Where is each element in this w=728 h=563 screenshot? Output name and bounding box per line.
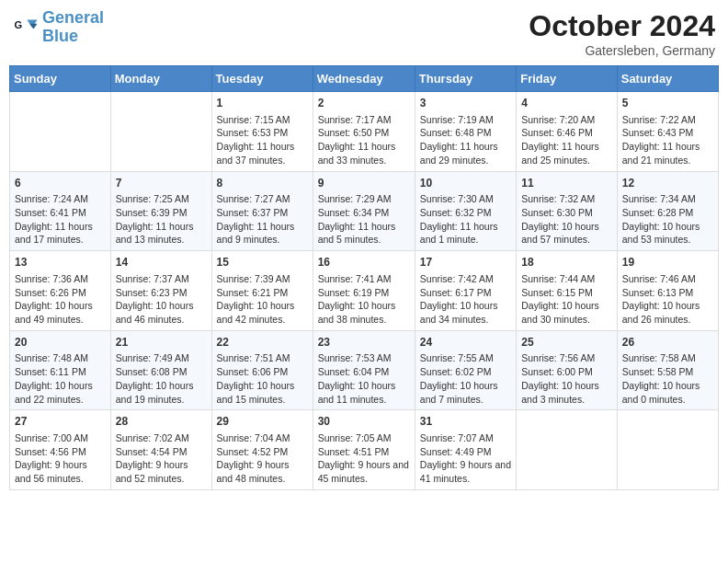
day-info-line: Daylight: 10 hours and 0 minutes. [622, 379, 713, 406]
day-info-line: Sunset: 4:51 PM [318, 445, 410, 459]
day-info-line: Daylight: 10 hours and 34 minutes. [420, 299, 511, 326]
calendar-week-row: 20Sunrise: 7:48 AMSunset: 6:11 PMDayligh… [10, 330, 719, 410]
day-info-line: Daylight: 10 hours and 7 minutes. [420, 379, 511, 406]
day-number: 4 [521, 96, 612, 111]
day-info-line: Daylight: 10 hours and 30 minutes. [521, 299, 612, 326]
calendar-day-7: 7Sunrise: 7:25 AMSunset: 6:39 PMDaylight… [110, 171, 211, 251]
calendar-day-29: 29Sunrise: 7:04 AMSunset: 4:52 PMDayligh… [211, 410, 313, 490]
day-info-line: Sunset: 4:49 PM [420, 445, 511, 459]
day-info-line: Sunset: 6:08 PM [116, 365, 207, 379]
month-title: October 2024 [529, 9, 715, 43]
calendar-day-22: 22Sunrise: 7:51 AMSunset: 6:06 PMDayligh… [211, 330, 313, 410]
calendar-day-26: 26Sunrise: 7:58 AMSunset: 5:58 PMDayligh… [617, 330, 718, 410]
calendar-header-row: SundayMondayTuesdayWednesdayThursdayFrid… [10, 66, 719, 92]
day-info-line: Daylight: 11 hours and 1 minute. [420, 220, 511, 247]
day-number: 8 [217, 176, 308, 191]
day-info-line: Sunset: 6:53 PM [217, 126, 308, 140]
day-number: 3 [420, 96, 511, 111]
day-info-line: Sunrise: 7:48 AM [15, 351, 106, 365]
day-number: 18 [521, 255, 612, 270]
day-info-line: Sunrise: 7:44 AM [521, 272, 612, 286]
day-number: 27 [15, 414, 106, 430]
calendar-day-27: 27Sunrise: 7:00 AMSunset: 4:56 PMDayligh… [10, 410, 111, 490]
calendar-day-18: 18Sunrise: 7:44 AMSunset: 6:15 PMDayligh… [517, 251, 618, 331]
day-info-line: Sunrise: 7:46 AM [622, 272, 713, 286]
calendar-week-row: 1Sunrise: 7:15 AMSunset: 6:53 PMDaylight… [10, 92, 719, 172]
day-number: 7 [116, 176, 207, 191]
day-info-line: Sunset: 6:17 PM [420, 286, 511, 300]
calendar-day-23: 23Sunrise: 7:53 AMSunset: 6:04 PMDayligh… [313, 330, 415, 410]
logo: G General Blue [13, 9, 104, 46]
day-info-line: Sunrise: 7:27 AM [217, 192, 308, 206]
day-info-line: Daylight: 10 hours and 11 minutes. [318, 379, 410, 406]
day-number: 16 [318, 255, 410, 270]
day-info-line: Sunrise: 7:51 AM [217, 351, 308, 365]
day-info-line: Sunrise: 7:00 AM [15, 431, 106, 445]
day-number: 20 [15, 335, 106, 350]
calendar-day-11: 11Sunrise: 7:32 AMSunset: 6:30 PMDayligh… [517, 171, 618, 251]
calendar-day-31: 31Sunrise: 7:07 AMSunset: 4:49 PMDayligh… [415, 410, 516, 490]
calendar-day-2: 2Sunrise: 7:17 AMSunset: 6:50 PMDaylight… [313, 92, 415, 172]
day-info-line: Daylight: 11 hours and 21 minutes. [622, 140, 713, 167]
day-number: 12 [622, 176, 713, 191]
calendar-table: SundayMondayTuesdayWednesdayThursdayFrid… [9, 65, 719, 490]
day-info-line: Daylight: 9 hours and 52 minutes. [116, 458, 207, 485]
day-number: 21 [116, 335, 207, 350]
day-number: 25 [521, 335, 612, 350]
day-number: 10 [420, 176, 511, 191]
day-info-line: Sunrise: 7:29 AM [318, 192, 410, 206]
day-header-friday: Friday [517, 66, 618, 92]
day-info-line: Daylight: 10 hours and 15 minutes. [217, 379, 308, 406]
day-header-wednesday: Wednesday [313, 66, 415, 92]
day-info-line: Sunrise: 7:37 AM [116, 272, 207, 286]
day-header-monday: Monday [110, 66, 211, 92]
calendar-day-14: 14Sunrise: 7:37 AMSunset: 6:23 PMDayligh… [110, 251, 211, 331]
calendar-day-4: 4Sunrise: 7:20 AMSunset: 6:46 PMDaylight… [517, 92, 618, 172]
day-info-line: Sunset: 6:00 PM [521, 365, 612, 379]
day-number: 31 [420, 414, 511, 430]
calendar-week-row: 6Sunrise: 7:24 AMSunset: 6:41 PMDaylight… [10, 171, 719, 251]
day-info-line: Daylight: 11 hours and 37 minutes. [217, 140, 308, 167]
day-info-line: Sunset: 6:21 PM [217, 286, 308, 300]
day-header-sunday: Sunday [10, 66, 111, 92]
day-info-line: Sunrise: 7:15 AM [217, 113, 308, 127]
day-info-line: Daylight: 11 hours and 25 minutes. [521, 140, 612, 167]
calendar-empty-cell [617, 410, 718, 490]
calendar-day-1: 1Sunrise: 7:15 AMSunset: 6:53 PMDaylight… [211, 92, 313, 172]
day-info-line: Sunrise: 7:55 AM [420, 351, 511, 365]
day-info-line: Daylight: 10 hours and 46 minutes. [116, 299, 207, 326]
calendar-day-8: 8Sunrise: 7:27 AMSunset: 6:37 PMDaylight… [211, 171, 313, 251]
day-header-thursday: Thursday [415, 66, 516, 92]
day-number: 23 [318, 335, 410, 350]
day-info-line: Daylight: 11 hours and 29 minutes. [420, 140, 511, 167]
day-info-line: Sunrise: 7:25 AM [116, 192, 207, 206]
day-info-line: Sunrise: 7:05 AM [318, 431, 410, 445]
day-info-line: Sunrise: 7:30 AM [420, 192, 511, 206]
day-info-line: Sunrise: 7:42 AM [420, 272, 511, 286]
day-info-line: Daylight: 10 hours and 38 minutes. [318, 299, 410, 326]
day-info-line: Sunset: 5:58 PM [622, 365, 713, 379]
day-number: 24 [420, 335, 511, 350]
day-number: 17 [420, 255, 511, 270]
calendar-day-21: 21Sunrise: 7:49 AMSunset: 6:08 PMDayligh… [110, 330, 211, 410]
day-info-line: Sunrise: 7:22 AM [622, 113, 713, 127]
day-info-line: Sunset: 4:52 PM [217, 445, 308, 459]
day-number: 9 [318, 176, 410, 191]
day-info-line: Daylight: 9 hours and 48 minutes. [217, 458, 308, 485]
calendar-day-16: 16Sunrise: 7:41 AMSunset: 6:19 PMDayligh… [313, 251, 415, 331]
calendar-day-24: 24Sunrise: 7:55 AMSunset: 6:02 PMDayligh… [415, 330, 516, 410]
day-info-line: Daylight: 10 hours and 42 minutes. [217, 299, 308, 326]
day-info-line: Daylight: 11 hours and 17 minutes. [15, 220, 106, 247]
day-number: 30 [318, 414, 410, 430]
day-info-line: Daylight: 10 hours and 3 minutes. [521, 379, 612, 406]
calendar-empty-cell [517, 410, 618, 490]
calendar-empty-cell [10, 92, 111, 172]
day-number: 5 [622, 96, 713, 111]
calendar-day-10: 10Sunrise: 7:30 AMSunset: 6:32 PMDayligh… [415, 171, 516, 251]
calendar-week-row: 13Sunrise: 7:36 AMSunset: 6:26 PMDayligh… [10, 251, 719, 331]
day-info-line: Sunrise: 7:41 AM [318, 272, 410, 286]
calendar-day-5: 5Sunrise: 7:22 AMSunset: 6:43 PMDaylight… [617, 92, 718, 172]
day-number: 13 [15, 255, 106, 270]
calendar-empty-cell [110, 92, 211, 172]
day-info-line: Sunrise: 7:34 AM [622, 192, 713, 206]
